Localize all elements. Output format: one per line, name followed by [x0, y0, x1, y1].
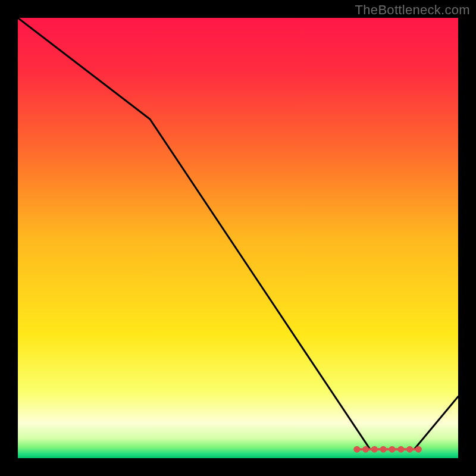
optimum-marker	[353, 446, 360, 453]
optimum-marker	[380, 446, 387, 453]
optimum-marker	[406, 446, 413, 453]
chart-svg	[18, 18, 458, 458]
plot-area	[18, 18, 458, 458]
optimum-marker	[362, 446, 369, 453]
watermark-text: TheBottleneck.com	[355, 2, 470, 18]
optimum-marker	[371, 446, 378, 453]
chart-container: TheBottleneck.com	[0, 0, 476, 476]
optimum-marker	[389, 446, 396, 453]
optimum-marker	[397, 446, 404, 453]
optimum-marker	[415, 446, 422, 453]
gradient-background	[18, 18, 458, 458]
